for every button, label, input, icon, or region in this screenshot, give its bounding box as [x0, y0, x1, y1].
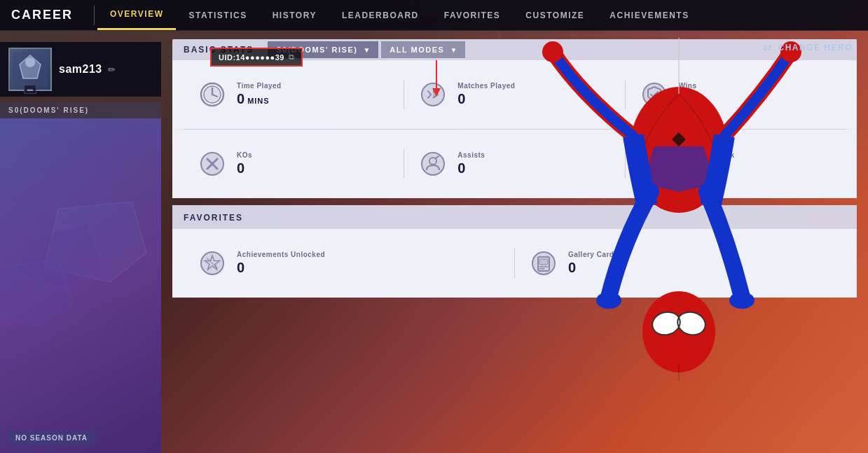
stat-matches-value: 0: [457, 91, 465, 107]
annotation-arrow: [431, 60, 442, 102]
stat-achievements-value: 0: [237, 260, 244, 276]
svg-point-12: [542, 41, 563, 62]
stat-assists-label: Assists: [457, 151, 485, 159]
stat-time-value-row: 0 MINS: [237, 91, 282, 107]
uid-copy-icon[interactable]: ⧉: [289, 53, 294, 62]
stat-time-played: Time Played 0 MINS: [184, 74, 404, 115]
stat-time-info: Time Played 0 MINS: [237, 82, 282, 107]
stat-assists-value-row: 0: [457, 160, 485, 176]
season-card: No Season Data: [0, 118, 161, 453]
change-hero-label: CHANGE HERO: [778, 43, 853, 53]
nav-item-statistics[interactable]: STATISTICS: [176, 0, 259, 30]
stat-kos-value: 0: [237, 160, 244, 176]
nav-logo-text: CAREER: [11, 8, 73, 22]
nav-item-favorites[interactable]: FAVORITES: [432, 0, 514, 30]
season-label: S0(DOOMS' RISE): [0, 102, 161, 118]
change-hero-button[interactable]: ⇄ CHANGE HERO: [763, 41, 853, 54]
clock-icon: [198, 80, 227, 109]
stat-achievements: Achievements Unlocked 0: [184, 243, 514, 284]
season-card-decoration: [0, 118, 161, 453]
profile-section: ▬ sam213 ✏ UID:14●●●●●●39 ⧉: [0, 42, 161, 97]
stat-time-unit: MINS: [247, 97, 270, 105]
navbar: CAREER OVERVIEW STATISTICS HISTORY LEADE…: [0, 0, 868, 31]
stat-kos-label: KOs: [237, 151, 252, 159]
avatar: ▬: [8, 48, 52, 91]
nav-item-leaderboard[interactable]: LEADERBOARD: [329, 0, 432, 30]
stat-kos: KOs 0: [184, 144, 404, 184]
nav-item-achievements[interactable]: ACHIEVEMENTS: [597, 0, 701, 30]
nav-item-overview[interactable]: OVERVIEW: [97, 0, 176, 30]
kos-icon: [198, 149, 227, 179]
svg-point-7: [642, 291, 715, 372]
no-season-text: No Season Data: [15, 434, 88, 442]
nav-items: OVERVIEW STATISTICS HISTORY LEADERBOARD …: [97, 0, 702, 30]
favorites-title: FAVORITES: [184, 213, 243, 223]
no-season-badge: No Season Data: [8, 431, 95, 445]
profile-info: sam213 ✏: [59, 63, 153, 76]
avatar-badge: ▬: [24, 85, 36, 94]
svg-point-19: [25, 57, 35, 67]
spiderman-area: [504, 31, 868, 453]
profile-username: sam213: [59, 63, 102, 76]
nav-item-customize[interactable]: CUSTOMIZE: [513, 0, 597, 30]
nav-item-history[interactable]: HISTORY: [260, 0, 329, 30]
season-label-text: S0(DOOMS' RISE): [8, 106, 89, 114]
season-dropdown-arrow: ▼: [363, 46, 370, 54]
stat-achievements-info: Achievements Unlocked 0: [237, 251, 325, 276]
stat-kos-value-row: 0: [237, 160, 252, 176]
uid-badge: UID:14●●●●●●39 ⧉: [210, 48, 303, 67]
avatar-icon: [13, 52, 48, 87]
assists-icon: [418, 149, 448, 179]
change-hero-icon: ⇄: [763, 41, 772, 54]
svg-point-14: [596, 292, 621, 309]
left-panel: ▬ sam213 ✏ UID:14●●●●●●39 ⧉ S0(DOOMS' RI…: [0, 31, 161, 453]
uid-text: UID:14●●●●●●39: [219, 53, 284, 62]
svg-point-15: [729, 292, 755, 309]
stat-achievements-value-row: 0: [237, 260, 325, 276]
svg-marker-24: [0, 260, 74, 326]
nav-logo: CAREER: [0, 8, 91, 22]
stat-assists-info: Assists 0: [457, 151, 485, 176]
stat-assists-value: 0: [457, 160, 465, 176]
svg-marker-21: [432, 88, 441, 97]
achievement-icon: [198, 249, 227, 278]
profile-name-row: sam213 ✏: [59, 63, 153, 76]
stat-achievements-label: Achievements Unlocked: [237, 251, 325, 258]
stat-time-value: 0: [237, 91, 244, 107]
mode-dropdown-text: ALL MODES: [390, 46, 444, 54]
edit-profile-icon[interactable]: ✏: [108, 64, 116, 75]
nav-divider: [94, 6, 95, 25]
spiderman-figure: [511, 38, 847, 451]
stat-time-label: Time Played: [237, 82, 282, 90]
mode-dropdown-arrow: ▼: [450, 46, 457, 54]
mode-dropdown[interactable]: ALL MODES ▼: [381, 41, 465, 58]
stat-kos-info: KOs 0: [237, 151, 252, 176]
